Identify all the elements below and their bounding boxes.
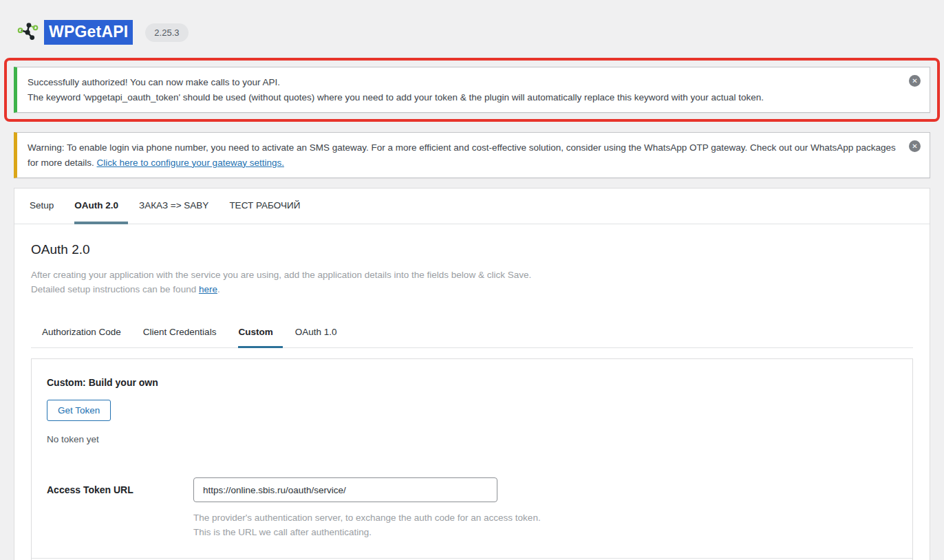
setup-instructions-link[interactable]: here bbox=[199, 284, 217, 294]
gateway-settings-link[interactable]: Click here to configure your gateway set… bbox=[97, 158, 284, 168]
access-token-url-label: Access Token URL bbox=[47, 477, 193, 540]
version-badge: 2.25.3 bbox=[145, 23, 188, 42]
dismiss-icon[interactable]: ✕ bbox=[909, 75, 921, 87]
tab-setup[interactable]: Setup bbox=[30, 189, 63, 224]
warning-notice: Warning: To enable login via phone numbe… bbox=[14, 132, 930, 178]
tab-test-rabochiy[interactable]: ТЕСТ РАБОЧИЙ bbox=[229, 189, 310, 224]
subtab-authorization-code[interactable]: Authorization Code bbox=[42, 318, 131, 348]
annotation-highlight: Successfully authorized! You can now mak… bbox=[4, 58, 940, 122]
oauth-subtabbar: Authorization Code Client Credentials Cu… bbox=[31, 318, 913, 348]
wpgetapi-logo-icon bbox=[15, 19, 41, 45]
success-notice-line2: The keyword 'wpgetapi_oauth_token' shoul… bbox=[28, 90, 897, 105]
tab-zakaz-saby[interactable]: ЗАКАЗ => SABY bbox=[139, 189, 218, 224]
custom-section-title: Custom: Build your own bbox=[47, 377, 897, 388]
success-notice: Successfully authorized! You can now mak… bbox=[14, 67, 930, 113]
subtab-oauth-1-0[interactable]: OAuth 1.0 bbox=[295, 318, 347, 348]
success-notice-line1: Successfully authorized! You can now mak… bbox=[28, 75, 897, 90]
token-section: Custom: Build your own Get Token No toke… bbox=[32, 359, 912, 465]
token-status: No token yet bbox=[47, 434, 897, 444]
custom-settings-box: Custom: Build your own Get Token No toke… bbox=[31, 358, 913, 560]
access-token-url-input[interactable] bbox=[193, 477, 497, 502]
dismiss-icon[interactable]: ✕ bbox=[909, 140, 921, 152]
get-token-button[interactable]: Get Token bbox=[47, 400, 111, 421]
section-description: After creating your application with the… bbox=[31, 268, 913, 297]
section-heading: OAuth 2.0 bbox=[31, 242, 913, 257]
tab-oauth-2-0[interactable]: OAuth 2.0 bbox=[74, 189, 128, 224]
section-description-line2: Detailed setup instructions can be found… bbox=[31, 283, 913, 297]
access-token-url-row: Access Token URL The provider's authenti… bbox=[32, 465, 912, 558]
subtab-custom[interactable]: Custom bbox=[238, 318, 282, 348]
main-panel: Setup OAuth 2.0 ЗАКАЗ => SABY ТЕСТ РАБОЧ… bbox=[14, 188, 930, 560]
section-description-line1: After creating your application with the… bbox=[31, 268, 913, 283]
main-tabbar: Setup OAuth 2.0 ЗАКАЗ => SABY ТЕСТ РАБОЧ… bbox=[14, 189, 930, 224]
plugin-header: WPGetAPI 2.25.3 bbox=[0, 0, 944, 45]
subtab-client-credentials[interactable]: Client Credentials bbox=[143, 318, 226, 348]
page-title: WPGetAPI bbox=[44, 20, 133, 45]
access-token-url-description: The provider's authentication server, to… bbox=[193, 511, 897, 540]
